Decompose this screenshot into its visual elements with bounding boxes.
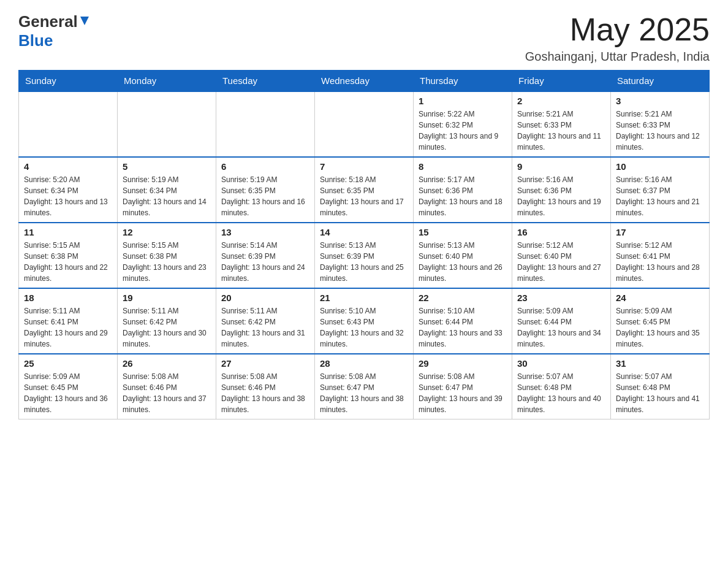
day-info-12: Sunrise: 5:15 AMSunset: 6:38 PMDaylight:… xyxy=(123,240,211,284)
day-info-2: Sunrise: 5:21 AMSunset: 6:33 PMDaylight:… xyxy=(517,109,605,153)
header-friday: Friday xyxy=(512,71,611,92)
calendar-cell-1-1: 5Sunrise: 5:19 AMSunset: 6:34 PMDaylight… xyxy=(118,157,216,223)
calendar-cell-4-4: 29Sunrise: 5:08 AMSunset: 6:47 PMDayligh… xyxy=(414,354,512,419)
month-title: May 2025 xyxy=(525,12,710,47)
day-info-19: Sunrise: 5:11 AMSunset: 6:42 PMDaylight:… xyxy=(123,305,211,350)
day-info-20: Sunrise: 5:11 AMSunset: 6:42 PMDaylight:… xyxy=(221,305,309,350)
day-info-8: Sunrise: 5:17 AMSunset: 6:36 PMDaylight:… xyxy=(419,174,507,218)
calendar-cell-0-0 xyxy=(19,91,118,157)
day-number-29: 29 xyxy=(419,358,507,369)
day-number-3: 3 xyxy=(616,96,704,106)
calendar-cell-1-4: 8Sunrise: 5:17 AMSunset: 6:36 PMDaylight… xyxy=(414,157,512,223)
calendar-cell-3-2: 20Sunrise: 5:11 AMSunset: 6:42 PMDayligh… xyxy=(216,288,315,354)
day-info-13: Sunrise: 5:14 AMSunset: 6:39 PMDaylight:… xyxy=(221,240,309,284)
header-tuesday: Tuesday xyxy=(216,71,315,92)
week-row-4: 18Sunrise: 5:11 AMSunset: 6:41 PMDayligh… xyxy=(19,288,710,354)
day-info-3: Sunrise: 5:21 AMSunset: 6:33 PMDaylight:… xyxy=(616,109,704,153)
day-info-29: Sunrise: 5:08 AMSunset: 6:47 PMDaylight:… xyxy=(419,371,507,415)
day-number-30: 30 xyxy=(517,358,605,369)
calendar-cell-3-4: 22Sunrise: 5:10 AMSunset: 6:44 PMDayligh… xyxy=(414,288,512,354)
day-info-7: Sunrise: 5:18 AMSunset: 6:35 PMDaylight:… xyxy=(320,174,408,218)
day-number-24: 24 xyxy=(616,293,704,303)
day-info-14: Sunrise: 5:13 AMSunset: 6:39 PMDaylight:… xyxy=(320,240,408,284)
logo-arrow-icon xyxy=(78,14,91,28)
calendar-cell-1-3: 7Sunrise: 5:18 AMSunset: 6:35 PMDaylight… xyxy=(315,157,414,223)
calendar-cell-2-2: 13Sunrise: 5:14 AMSunset: 6:39 PMDayligh… xyxy=(216,223,315,288)
day-info-4: Sunrise: 5:20 AMSunset: 6:34 PMDaylight:… xyxy=(24,174,112,218)
header-sunday: Sunday xyxy=(19,71,118,92)
calendar-cell-3-0: 18Sunrise: 5:11 AMSunset: 6:41 PMDayligh… xyxy=(19,288,118,354)
day-number-23: 23 xyxy=(517,293,605,303)
day-info-15: Sunrise: 5:13 AMSunset: 6:40 PMDaylight:… xyxy=(419,240,507,284)
day-info-17: Sunrise: 5:12 AMSunset: 6:41 PMDaylight:… xyxy=(616,240,704,284)
week-row-5: 25Sunrise: 5:09 AMSunset: 6:45 PMDayligh… xyxy=(19,354,710,419)
calendar-cell-1-2: 6Sunrise: 5:19 AMSunset: 6:35 PMDaylight… xyxy=(216,157,315,223)
logo-general: General xyxy=(18,12,78,31)
calendar-cell-1-0: 4Sunrise: 5:20 AMSunset: 6:34 PMDaylight… xyxy=(19,157,118,223)
day-info-30: Sunrise: 5:07 AMSunset: 6:48 PMDaylight:… xyxy=(517,371,605,415)
day-number-9: 9 xyxy=(517,161,605,172)
calendar-cell-3-3: 21Sunrise: 5:10 AMSunset: 6:43 PMDayligh… xyxy=(315,288,414,354)
calendar-cell-4-5: 30Sunrise: 5:07 AMSunset: 6:48 PMDayligh… xyxy=(512,354,611,419)
day-number-1: 1 xyxy=(419,96,507,106)
day-number-10: 10 xyxy=(616,161,704,172)
calendar-cell-4-0: 25Sunrise: 5:09 AMSunset: 6:45 PMDayligh… xyxy=(19,354,118,419)
logo: General Blue xyxy=(18,12,91,50)
day-info-27: Sunrise: 5:08 AMSunset: 6:46 PMDaylight:… xyxy=(221,371,309,415)
day-number-13: 13 xyxy=(221,227,309,237)
day-number-4: 4 xyxy=(24,161,112,172)
week-row-3: 11Sunrise: 5:15 AMSunset: 6:38 PMDayligh… xyxy=(19,223,710,288)
day-number-19: 19 xyxy=(123,293,211,303)
header-thursday: Thursday xyxy=(414,71,512,92)
calendar-cell-3-5: 23Sunrise: 5:09 AMSunset: 6:44 PMDayligh… xyxy=(512,288,611,354)
day-number-12: 12 xyxy=(123,227,211,237)
day-number-5: 5 xyxy=(123,161,211,172)
calendar-cell-1-5: 9Sunrise: 5:16 AMSunset: 6:36 PMDaylight… xyxy=(512,157,611,223)
calendar-cell-2-4: 15Sunrise: 5:13 AMSunset: 6:40 PMDayligh… xyxy=(414,223,512,288)
calendar-cell-4-2: 27Sunrise: 5:08 AMSunset: 6:46 PMDayligh… xyxy=(216,354,315,419)
day-info-24: Sunrise: 5:09 AMSunset: 6:45 PMDaylight:… xyxy=(616,305,704,350)
calendar-cell-3-6: 24Sunrise: 5:09 AMSunset: 6:45 PMDayligh… xyxy=(611,288,710,354)
day-info-21: Sunrise: 5:10 AMSunset: 6:43 PMDaylight:… xyxy=(320,305,408,350)
day-number-11: 11 xyxy=(24,227,112,237)
calendar-cell-1-6: 10Sunrise: 5:16 AMSunset: 6:37 PMDayligh… xyxy=(611,157,710,223)
calendar-cell-0-6: 3Sunrise: 5:21 AMSunset: 6:33 PMDaylight… xyxy=(611,91,710,157)
day-info-31: Sunrise: 5:07 AMSunset: 6:48 PMDaylight:… xyxy=(616,371,704,415)
day-number-15: 15 xyxy=(419,227,507,237)
header-wednesday: Wednesday xyxy=(315,71,414,92)
day-info-9: Sunrise: 5:16 AMSunset: 6:36 PMDaylight:… xyxy=(517,174,605,218)
calendar-cell-0-1 xyxy=(118,91,216,157)
calendar-cell-0-4: 1Sunrise: 5:22 AMSunset: 6:32 PMDaylight… xyxy=(414,91,512,157)
week-row-1: 1Sunrise: 5:22 AMSunset: 6:32 PMDaylight… xyxy=(19,91,710,157)
header-saturday: Saturday xyxy=(611,71,710,92)
calendar-cell-2-6: 17Sunrise: 5:12 AMSunset: 6:41 PMDayligh… xyxy=(611,223,710,288)
day-info-1: Sunrise: 5:22 AMSunset: 6:32 PMDaylight:… xyxy=(419,109,507,153)
calendar-cell-4-1: 26Sunrise: 5:08 AMSunset: 6:46 PMDayligh… xyxy=(118,354,216,419)
day-number-21: 21 xyxy=(320,293,408,303)
day-info-23: Sunrise: 5:09 AMSunset: 6:44 PMDaylight:… xyxy=(517,305,605,350)
location-title: Goshainganj, Uttar Pradesh, India xyxy=(525,50,710,64)
calendar-cell-4-3: 28Sunrise: 5:08 AMSunset: 6:47 PMDayligh… xyxy=(315,354,414,419)
day-number-28: 28 xyxy=(320,358,408,369)
title-section: May 2025 Goshainganj, Uttar Pradesh, Ind… xyxy=(525,12,710,64)
day-info-25: Sunrise: 5:09 AMSunset: 6:45 PMDaylight:… xyxy=(24,371,112,415)
day-number-27: 27 xyxy=(221,358,309,369)
calendar-cell-2-0: 11Sunrise: 5:15 AMSunset: 6:38 PMDayligh… xyxy=(19,223,118,288)
day-number-31: 31 xyxy=(616,358,704,369)
calendar-cell-2-3: 14Sunrise: 5:13 AMSunset: 6:39 PMDayligh… xyxy=(315,223,414,288)
day-number-7: 7 xyxy=(320,161,408,172)
day-number-22: 22 xyxy=(419,293,507,303)
day-info-6: Sunrise: 5:19 AMSunset: 6:35 PMDaylight:… xyxy=(221,174,309,218)
day-info-5: Sunrise: 5:19 AMSunset: 6:34 PMDaylight:… xyxy=(123,174,211,218)
day-number-17: 17 xyxy=(616,227,704,237)
day-number-16: 16 xyxy=(517,227,605,237)
day-info-18: Sunrise: 5:11 AMSunset: 6:41 PMDaylight:… xyxy=(24,305,112,350)
day-number-26: 26 xyxy=(123,358,211,369)
day-info-16: Sunrise: 5:12 AMSunset: 6:40 PMDaylight:… xyxy=(517,240,605,284)
calendar-cell-0-2 xyxy=(216,91,315,157)
header-row: Sunday Monday Tuesday Wednesday Thursday… xyxy=(19,71,710,92)
day-info-10: Sunrise: 5:16 AMSunset: 6:37 PMDaylight:… xyxy=(616,174,704,218)
calendar-header: Sunday Monday Tuesday Wednesday Thursday… xyxy=(19,71,710,92)
calendar-cell-2-5: 16Sunrise: 5:12 AMSunset: 6:40 PMDayligh… xyxy=(512,223,611,288)
header-monday: Monday xyxy=(118,71,216,92)
